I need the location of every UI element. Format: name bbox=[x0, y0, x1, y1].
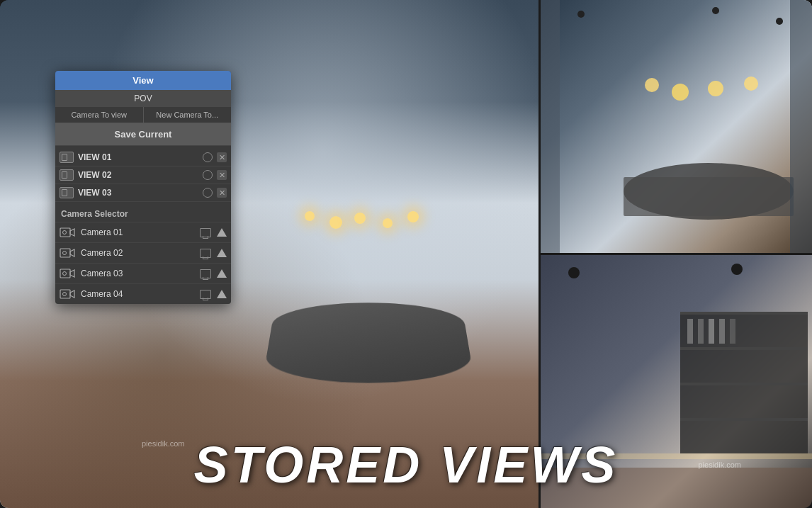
svg-point-6 bbox=[744, 77, 758, 91]
view-dot-03[interactable] bbox=[203, 188, 213, 198]
svg-rect-19 bbox=[687, 319, 693, 344]
view-label-03: VIEW 03 bbox=[78, 188, 198, 198]
view-dot-02[interactable] bbox=[203, 170, 213, 180]
svg-rect-17 bbox=[680, 383, 808, 385]
camera-to-view-button[interactable]: Camera To view bbox=[55, 107, 144, 123]
svg-point-34 bbox=[63, 293, 67, 296]
svg-rect-31 bbox=[60, 269, 70, 278]
camera-monitor-02[interactable] bbox=[200, 249, 211, 258]
view-icon-02 bbox=[60, 169, 74, 181]
svg-point-3 bbox=[645, 78, 659, 92]
pendant-light-5 bbox=[407, 211, 419, 222]
svg-point-25 bbox=[568, 267, 580, 278]
svg-rect-27 bbox=[60, 228, 70, 237]
svg-point-32 bbox=[63, 272, 67, 276]
view-close-03[interactable]: ✕ bbox=[217, 188, 227, 198]
dining-table bbox=[262, 303, 475, 383]
view-icon-03 bbox=[60, 187, 74, 198]
camera-triangle-01[interactable] bbox=[217, 228, 227, 237]
camera-monitor-03[interactable] bbox=[200, 269, 211, 278]
view-label-01: VIEW 01 bbox=[78, 152, 198, 162]
view-label-02: VIEW 02 bbox=[78, 170, 198, 180]
svg-rect-22 bbox=[719, 319, 725, 344]
view-dot-01[interactable] bbox=[203, 152, 213, 162]
panel-buttons-row: Camera To view New Camera To... bbox=[55, 107, 231, 123]
camera-icon-04 bbox=[60, 288, 75, 300]
camera-selector-label: Camera Selector bbox=[55, 205, 231, 222]
svg-point-28 bbox=[63, 231, 67, 235]
stored-views-title: STORED VIEWS bbox=[0, 436, 812, 494]
svg-point-30 bbox=[63, 252, 67, 255]
camera-monitor-01[interactable] bbox=[200, 228, 211, 237]
pendant-light-1 bbox=[305, 211, 315, 221]
svg-rect-15 bbox=[680, 312, 808, 315]
svg-point-9 bbox=[776, 18, 783, 25]
save-current-button[interactable]: Save Current bbox=[55, 123, 231, 146]
camera-triangle-02[interactable] bbox=[217, 249, 227, 257]
camera-label-03: Camera 03 bbox=[81, 269, 194, 278]
pendant-light-3 bbox=[354, 213, 366, 224]
svg-rect-21 bbox=[709, 319, 714, 344]
camera-item-01[interactable]: Camera 01 bbox=[55, 222, 231, 242]
panel-header-view[interactable]: View bbox=[55, 71, 231, 90]
pendant-light-4 bbox=[383, 218, 393, 228]
svg-rect-2 bbox=[624, 177, 794, 216]
svg-rect-29 bbox=[60, 249, 70, 257]
camera-label-04: Camera 04 bbox=[81, 289, 194, 299]
svg-rect-10 bbox=[538, 0, 560, 253]
camera-icon-03 bbox=[60, 267, 75, 280]
camera-item-04[interactable]: Camera 04 bbox=[55, 283, 231, 304]
svg-point-26 bbox=[731, 264, 743, 275]
camera-item-03[interactable]: Camera 03 bbox=[55, 263, 231, 283]
camera-triangle-03[interactable] bbox=[217, 269, 227, 278]
camera-monitor-04[interactable] bbox=[200, 290, 211, 299]
view-items: VIEW 01 ✕ VIEW 02 ✕ VIEW 03 ✕ bbox=[55, 146, 231, 205]
ui-panel: View POV Camera To view New Camera To...… bbox=[55, 71, 231, 304]
svg-point-8 bbox=[712, 7, 719, 14]
svg-point-5 bbox=[708, 81, 723, 96]
svg-point-4 bbox=[672, 84, 689, 101]
watermark-left: piesidik.com bbox=[142, 439, 185, 448]
camera-label-01: Camera 01 bbox=[81, 227, 194, 237]
view-item-03[interactable]: VIEW 03 ✕ bbox=[55, 184, 231, 202]
horizontal-divider bbox=[538, 253, 812, 255]
render-panel-kitchen bbox=[538, 0, 812, 253]
camera-icon-01 bbox=[60, 226, 75, 239]
svg-rect-23 bbox=[730, 319, 735, 344]
svg-rect-33 bbox=[60, 290, 70, 298]
svg-point-7 bbox=[577, 11, 585, 18]
pendant-light-2 bbox=[329, 216, 342, 229]
view-item-02[interactable]: VIEW 02 ✕ bbox=[55, 166, 231, 184]
view-item-01[interactable]: VIEW 01 ✕ bbox=[55, 149, 231, 166]
svg-rect-18 bbox=[680, 418, 808, 421]
watermark-right: piesidik.com bbox=[698, 461, 741, 469]
svg-rect-20 bbox=[698, 319, 704, 344]
camera-label-02: Camera 02 bbox=[81, 248, 194, 258]
kitchen-svg bbox=[538, 0, 812, 253]
camera-triangle-04[interactable] bbox=[217, 290, 227, 298]
new-camera-to-button[interactable]: New Camera To... bbox=[144, 107, 232, 123]
svg-rect-16 bbox=[680, 347, 808, 350]
camera-icon-02 bbox=[60, 247, 75, 259]
svg-rect-11 bbox=[790, 0, 812, 253]
view-icon-01 bbox=[60, 152, 74, 163]
scene-container: STORED VIEWS piesidik.com piesidik.com V… bbox=[0, 0, 812, 508]
view-close-01[interactable]: ✕ bbox=[217, 152, 227, 162]
camera-item-02[interactable]: Camera 02 bbox=[55, 242, 231, 263]
panel-header-pov[interactable]: POV bbox=[55, 90, 231, 107]
view-close-02[interactable]: ✕ bbox=[217, 170, 227, 180]
